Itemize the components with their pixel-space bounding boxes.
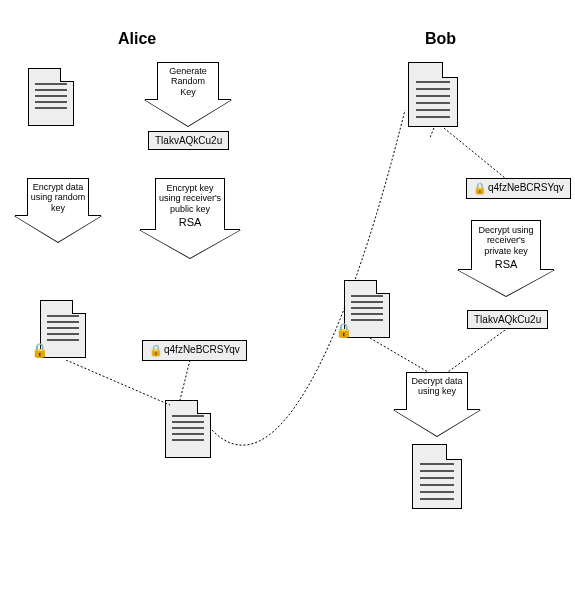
arrow-encrypt-key: Encrypt key using receiver's public key … bbox=[140, 178, 240, 250]
svg-line-0 bbox=[430, 128, 434, 188]
bob-split-lines bbox=[430, 128, 530, 188]
arrow-generate-key-label: Generate Random Key bbox=[169, 66, 207, 97]
svg-line-2 bbox=[66, 360, 170, 405]
arrow-encrypt-data: Encrypt data using random key bbox=[15, 178, 101, 242]
arrow-decrypt-data: Decrypt data using key bbox=[394, 372, 480, 436]
keybox-random-key-bob: TlakvAQkCu2u bbox=[467, 310, 548, 329]
keybox-random-key-alice-text: TlakvAQkCu2u bbox=[155, 135, 222, 146]
arrow-encrypt-data-label: Encrypt data using random key bbox=[31, 182, 86, 213]
arrow-decrypt-key-rsa: RSA bbox=[472, 258, 540, 271]
arrow-decrypt-key-label: Decrypt using receiver's private key bbox=[478, 225, 533, 256]
title-bob: Bob bbox=[425, 30, 456, 48]
arrow-decrypt-key: Decrypt using receiver's private key RSA bbox=[458, 220, 554, 292]
svg-line-1 bbox=[444, 128, 505, 178]
keybox-random-key-alice: TlakvAQkCu2u bbox=[148, 131, 229, 150]
doc-bob-plaintext bbox=[412, 444, 462, 509]
svg-line-5 bbox=[448, 330, 505, 372]
keybox-encrypted-key-alice-text: q4fzNeBCRSYqv bbox=[164, 344, 240, 355]
title-alice: Alice bbox=[118, 30, 156, 48]
lock-icon: 🔒 bbox=[149, 344, 163, 357]
svg-line-4 bbox=[370, 338, 428, 372]
arrow-encrypt-key-rsa: RSA bbox=[156, 216, 224, 229]
doc-alice-plaintext bbox=[28, 68, 74, 126]
arrow-encrypt-key-label: Encrypt key using receiver's public key bbox=[159, 183, 221, 214]
lock-icon: 🔒 bbox=[31, 343, 45, 357]
arrow-generate-key: Generate Random Key bbox=[145, 62, 231, 126]
svg-line-3 bbox=[180, 360, 190, 400]
bob-merge-lines bbox=[370, 330, 530, 380]
lock-icon: 🔒 bbox=[335, 323, 349, 337]
keybox-encrypted-key-alice: 🔒q4fzNeBCRSYqv bbox=[142, 340, 247, 361]
alice-merge-lines bbox=[60, 360, 240, 420]
doc-alice-ciphertext: 🔒 bbox=[40, 300, 86, 358]
diagram-canvas: Alice Bob Generate Random Key TlakvAQkCu… bbox=[0, 0, 575, 599]
keybox-random-key-bob-text: TlakvAQkCu2u bbox=[474, 314, 541, 325]
doc-bob-bundle bbox=[408, 62, 458, 127]
